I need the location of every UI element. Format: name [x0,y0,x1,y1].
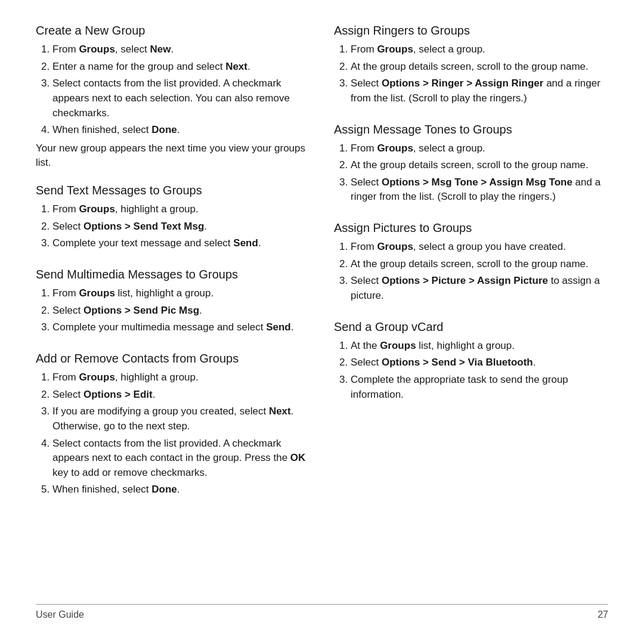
page: Create a New GroupFrom Groups, select Ne… [0,0,644,644]
footer-label: User Guide [36,609,84,620]
list-item-create-new-group-2: Enter a name for the group and select Ne… [52,60,310,75]
section-create-new-group: Create a New GroupFrom Groups, select Ne… [36,24,310,171]
section-title-assign-pictures: Assign Pictures to Groups [334,221,608,235]
list-item-assign-pictures-3: Select Options > Picture > Assign Pictur… [351,274,608,303]
list-item-send-multimedia-messages-2: Select Options > Send Pic Msg. [52,304,310,318]
section-list-assign-pictures: From Groups, select a group you have cre… [351,240,608,304]
list-item-create-new-group-1: From Groups, select New. [52,42,310,57]
section-add-remove-contacts: Add or Remove Contacts from GroupsFrom G… [36,352,310,501]
section-title-send-text-messages: Send Text Messages to Groups [36,184,310,197]
list-item-assign-message-tones-1: From Groups, select a group. [351,141,608,156]
section-title-send-group-vcard: Send a Group vCard [334,320,608,334]
list-item-send-group-vcard-3: Complete the appropriate task to send th… [351,373,608,402]
list-item-send-multimedia-messages-3: Complete your multimedia message and sel… [52,320,310,335]
section-assign-message-tones: Assign Message Tones to GroupsFrom Group… [334,123,608,209]
list-item-assign-ringers-3: Select Options > Ringer > Assign Ringer … [351,76,608,106]
section-assign-pictures: Assign Pictures to GroupsFrom Groups, se… [334,221,608,307]
list-item-send-group-vcard-2: Select Options > Send > Via Bluetooth. [351,355,608,370]
list-item-send-text-messages-2: Select Options > Send Text Msg. [52,219,310,234]
list-item-assign-pictures-1: From Groups, select a group you have cre… [351,240,608,255]
left-column: Create a New GroupFrom Groups, select Ne… [36,24,310,598]
section-assign-ringers: Assign Ringers to GroupsFrom Groups, sel… [334,24,608,110]
section-list-add-remove-contacts: From Groups, highlight a group.Select Op… [52,370,310,497]
list-item-send-text-messages-1: From Groups, highlight a group. [52,202,310,217]
content-area: Create a New GroupFrom Groups, select Ne… [36,24,608,598]
list-item-assign-ringers-2: At the group details screen, scroll to t… [351,60,608,75]
section-list-send-text-messages: From Groups, highlight a group.Select Op… [52,202,310,251]
list-item-send-group-vcard-1: At the Groups list, highlight a group. [351,339,608,354]
list-item-send-multimedia-messages-1: From Groups list, highlight a group. [52,286,310,301]
section-title-assign-message-tones: Assign Message Tones to Groups [334,123,608,137]
list-item-add-remove-contacts-1: From Groups, highlight a group. [52,370,310,385]
extra-text-create-new-group: Your new group appears the next time you… [36,141,310,171]
section-title-create-new-group: Create a New Group [36,24,310,38]
list-item-create-new-group-3: Select contacts from the list provided. … [52,76,310,120]
right-column: Assign Ringers to GroupsFrom Groups, sel… [334,24,608,598]
section-list-assign-message-tones: From Groups, select a group.At the group… [351,141,608,205]
section-send-group-vcard: Send a Group vCardAt the Groups list, hi… [334,320,608,406]
list-item-add-remove-contacts-2: Select Options > Edit. [52,388,310,402]
section-title-assign-ringers: Assign Ringers to Groups [334,24,608,38]
footer-page: 27 [597,609,608,620]
list-item-assign-message-tones-2: At the group details screen, scroll to t… [351,158,608,173]
section-list-assign-ringers: From Groups, select a group.At the group… [351,42,608,106]
footer: User Guide 27 [36,604,608,620]
list-item-add-remove-contacts-5: When finished, select Done. [52,482,310,497]
section-list-create-new-group: From Groups, select New.Enter a name for… [52,42,310,138]
section-list-send-group-vcard: At the Groups list, highlight a group.Se… [351,339,608,402]
list-item-send-text-messages-3: Complete your text message and select Se… [52,236,310,251]
section-list-send-multimedia-messages: From Groups list, highlight a group.Sele… [52,286,310,335]
section-title-send-multimedia-messages: Send Multimedia Messages to Groups [36,268,310,281]
list-item-assign-ringers-1: From Groups, select a group. [351,42,608,57]
section-send-text-messages: Send Text Messages to GroupsFrom Groups,… [36,184,310,255]
section-send-multimedia-messages: Send Multimedia Messages to GroupsFrom G… [36,268,310,339]
section-title-add-remove-contacts: Add or Remove Contacts from Groups [36,352,310,366]
list-item-add-remove-contacts-3: If you are modifying a group you created… [52,404,310,434]
list-item-assign-pictures-2: At the group details screen, scroll to t… [351,257,608,272]
list-item-assign-message-tones-3: Select Options > Msg Tone > Assign Msg T… [351,175,608,205]
list-item-create-new-group-4: When finished, select Done. [52,123,310,138]
list-item-add-remove-contacts-4: Select contacts from the list provided. … [52,436,310,481]
